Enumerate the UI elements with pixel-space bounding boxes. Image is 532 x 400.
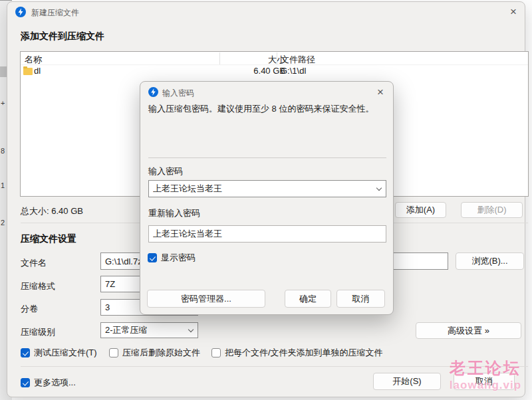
checkbox-unchecked-icon[interactable] bbox=[109, 348, 118, 357]
background-text-fragment: 2 bbox=[1, 219, 5, 227]
checkbox-label: 更多选项... bbox=[34, 377, 76, 389]
app-logo-icon bbox=[148, 87, 158, 97]
checkbox-label: 显示密码 bbox=[161, 252, 196, 264]
enter-password-combobox[interactable]: 上老王论坛当老王 bbox=[148, 180, 386, 197]
password-dialog: 输入密码 × 输入压缩包密码。建议使用至少 8 位的密码来保证安全性。 输入密码… bbox=[140, 81, 394, 315]
delete-original-checkbox[interactable]: 压缩后删除原始文件 bbox=[109, 347, 200, 359]
dialog-close-icon[interactable]: × bbox=[372, 84, 389, 100]
start-button[interactable]: 开始(S) bbox=[373, 373, 441, 390]
column-header-size[interactable]: 大小 bbox=[220, 54, 285, 66]
chevron-down-icon bbox=[188, 328, 194, 333]
background-text-fragment: 8 bbox=[1, 147, 5, 155]
total-size-text: 总大小: 6.40 GB bbox=[21, 205, 83, 217]
file-name-cell[interactable]: dl bbox=[34, 66, 41, 76]
level-dropdown[interactable]: 2-正常压缩 bbox=[100, 322, 198, 338]
background-text-fragment: 1 bbox=[1, 181, 5, 189]
more-options-checkbox[interactable]: 更多选项... bbox=[21, 377, 76, 389]
split-label: 分卷 bbox=[21, 303, 38, 315]
checkbox-label: 压缩后删除原始文件 bbox=[122, 347, 200, 359]
divider bbox=[148, 157, 386, 158]
window-title: 新建压缩文件 bbox=[31, 7, 79, 19]
file-path-cell: G:\1\dl bbox=[281, 66, 306, 76]
ok-button[interactable]: 确定 bbox=[285, 290, 331, 308]
column-header-path[interactable]: 文件路径 bbox=[281, 54, 315, 66]
column-separator[interactable] bbox=[277, 52, 277, 64]
archive-settings-title: 压缩文件设置 bbox=[21, 233, 76, 245]
browse-button[interactable]: 浏览(B)... bbox=[456, 252, 524, 270]
checkbox-checked-icon[interactable] bbox=[21, 348, 30, 357]
background-text-fragment: + bbox=[1, 99, 5, 107]
file-size-cell: 6.40 GB bbox=[220, 66, 285, 76]
add-button[interactable]: 添加(A) bbox=[395, 202, 446, 218]
divider bbox=[21, 366, 528, 367]
checkbox-label: 把每个文件/文件夹添加到单独的压缩文件 bbox=[225, 347, 383, 359]
dialog-cancel-button[interactable]: 取消 bbox=[336, 290, 385, 308]
app-logo-icon bbox=[15, 7, 26, 17]
delete-button[interactable]: 删除(D) bbox=[461, 202, 523, 218]
checkbox-unchecked-icon[interactable] bbox=[211, 348, 221, 357]
enter-password-label: 输入密码 bbox=[148, 165, 183, 177]
test-archive-checkbox[interactable]: 测试压缩文件(T) bbox=[21, 347, 97, 359]
titlebar[interactable]: 新建压缩文件 × bbox=[7, 2, 525, 22]
checkbox-label: 测试压缩文件(T) bbox=[34, 347, 97, 359]
format-label: 压缩格式 bbox=[21, 280, 55, 292]
reenter-password-input[interactable] bbox=[148, 225, 386, 243]
page-title: 添加文件到压缩文件 bbox=[21, 31, 104, 43]
advanced-settings-button[interactable]: 高级设置 » bbox=[416, 322, 521, 339]
file-name-label: 文件名 bbox=[21, 257, 47, 269]
level-label: 压缩级别 bbox=[21, 326, 55, 338]
level-value: 2-正常压缩 bbox=[105, 324, 188, 336]
file-list-header[interactable]: 名称 大小 文件路径 bbox=[21, 52, 528, 65]
dialog-title: 输入密码 bbox=[162, 88, 194, 99]
cancel-button[interactable]: 取消 bbox=[454, 373, 515, 390]
folder-icon bbox=[23, 68, 33, 75]
separate-archive-checkbox[interactable]: 把每个文件/文件夹添加到单独的压缩文件 bbox=[211, 347, 383, 359]
checkbox-checked-icon[interactable] bbox=[148, 253, 157, 262]
enter-password-value: 上老王论坛当老王 bbox=[153, 183, 376, 195]
password-manager-button[interactable]: 密码管理器... bbox=[147, 290, 265, 308]
window-close-icon[interactable]: × bbox=[505, 4, 522, 20]
column-header-name[interactable]: 名称 bbox=[25, 54, 42, 66]
show-password-checkbox[interactable]: 显示密码 bbox=[148, 252, 196, 264]
table-row[interactable]: dl 6.40 GB G:\1\dl bbox=[21, 65, 528, 77]
reenter-password-label: 重新输入密码 bbox=[148, 207, 200, 219]
chevron-down-icon bbox=[376, 186, 382, 191]
checkbox-checked-icon[interactable] bbox=[21, 378, 30, 387]
password-hint-text: 输入压缩包密码。建议使用至少 8 位的密码来保证安全性。 bbox=[148, 103, 388, 115]
